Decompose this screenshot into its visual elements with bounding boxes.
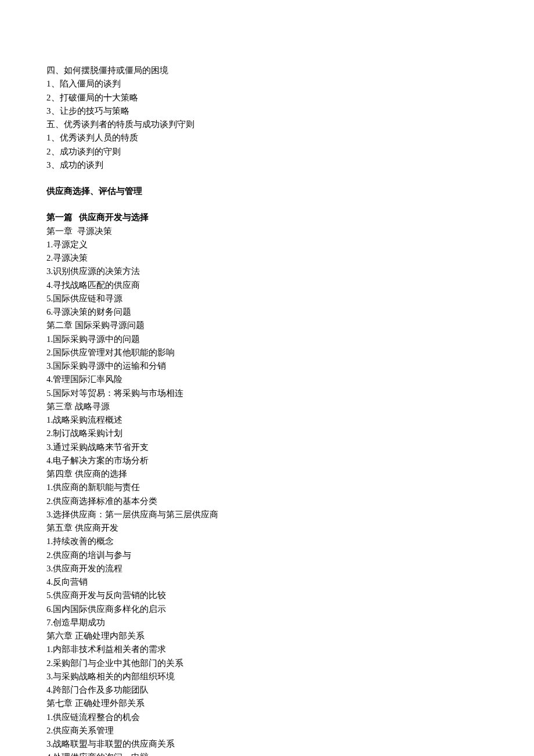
section-heading: 供应商选择、评估与管理 xyxy=(46,185,488,198)
text-line: 四、如何摆脱僵持或僵局的困境 xyxy=(46,64,488,77)
blank-line xyxy=(46,172,488,185)
text-line: 2、成功谈判的守则 xyxy=(46,145,488,159)
text-line: 4.处理供应商的询问、申辩 xyxy=(46,751,488,756)
text-line: 1、陷入僵局的谈判 xyxy=(46,77,488,91)
text-line: 1.持续改善的概念 xyxy=(46,535,488,548)
text-line: 2.采购部门与企业中其他部门的关系 xyxy=(46,657,488,670)
text-line: 1.供应商的新职能与责任 xyxy=(46,481,488,494)
text-line: 4.电子解决方案的市场分析 xyxy=(46,454,488,467)
text-line: 3.国际采购寻源中的运输和分销 xyxy=(46,359,488,373)
text-line: 2.供应商的培训与参与 xyxy=(46,549,488,562)
text-line: 3.选择供应商：第一层供应商与第三层供应商 xyxy=(46,508,488,521)
text-line: 2.供应商关系管理 xyxy=(46,724,488,737)
text-line: 3.识别供应源的决策方法 xyxy=(46,265,488,278)
text-line: 2.国际供应管理对其他职能的影响 xyxy=(46,346,488,359)
text-line: 1.战略采购流程概述 xyxy=(46,413,488,427)
text-line: 4.跨部门合作及多功能团队 xyxy=(46,683,488,697)
text-line: 第一章 寻源决策 xyxy=(46,225,488,238)
text-line: 2.供应商选择标准的基本分类 xyxy=(46,495,488,508)
text-line: 3、让步的技巧与策略 xyxy=(46,105,488,118)
text-line: 6.国内国际供应商多样化的启示 xyxy=(46,603,488,616)
text-line: 第五章 供应商开发 xyxy=(46,521,488,535)
text-line: 五、优秀谈判者的特质与成功谈判守则 xyxy=(46,118,488,131)
text-line: 5.国际供应链和寻源 xyxy=(46,292,488,305)
text-line: 5.国际对等贸易：将采购与市场相连 xyxy=(46,387,488,400)
text-line: 3、成功的谈判 xyxy=(46,159,488,172)
text-line: 5.供应商开发与反向营销的比较 xyxy=(46,589,488,602)
text-line: 1.国际采购寻源中的问题 xyxy=(46,333,488,346)
text-line: 6.寻源决策的财务问题 xyxy=(46,305,488,319)
text-line: 第七章 正确处理外部关系 xyxy=(46,697,488,710)
text-line: 2、打破僵局的十大策略 xyxy=(46,91,488,105)
text-line: 第六章 正确处理内部关系 xyxy=(46,629,488,643)
text-line: 3.与采购战略相关的内部组织环境 xyxy=(46,670,488,683)
text-line: 4.反向营销 xyxy=(46,575,488,589)
text-line: 第二章 国际采购寻源问题 xyxy=(46,319,488,332)
text-line: 1.寻源定义 xyxy=(46,238,488,251)
text-line: 2.制订战略采购计划 xyxy=(46,427,488,440)
text-line: 2.寻源决策 xyxy=(46,251,488,265)
text-line: 第四章 供应商的选择 xyxy=(46,467,488,481)
blank-line xyxy=(46,198,488,211)
text-line: 3.战略联盟与非联盟的供应商关系 xyxy=(46,737,488,751)
text-line: 1.内部非技术利益相关者的需求 xyxy=(46,643,488,656)
text-line: 3.供应商开发的流程 xyxy=(46,562,488,575)
section-heading: 第一篇 供应商开发与选择 xyxy=(46,211,488,224)
text-line: 4.寻找战略匹配的供应商 xyxy=(46,279,488,292)
document-content: 四、如何摆脱僵持或僵局的困境 1、陷入僵局的谈判 2、打破僵局的十大策略 3、让… xyxy=(46,64,488,756)
text-line: 7.创造早期成功 xyxy=(46,616,488,629)
text-line: 3.通过采购战略来节省开支 xyxy=(46,441,488,454)
text-line: 1、优秀谈判人员的特质 xyxy=(46,131,488,145)
text-line: 4.管理国际汇率风险 xyxy=(46,373,488,386)
text-line: 1.供应链流程整合的机会 xyxy=(46,711,488,724)
text-line: 第三章 战略寻源 xyxy=(46,400,488,413)
